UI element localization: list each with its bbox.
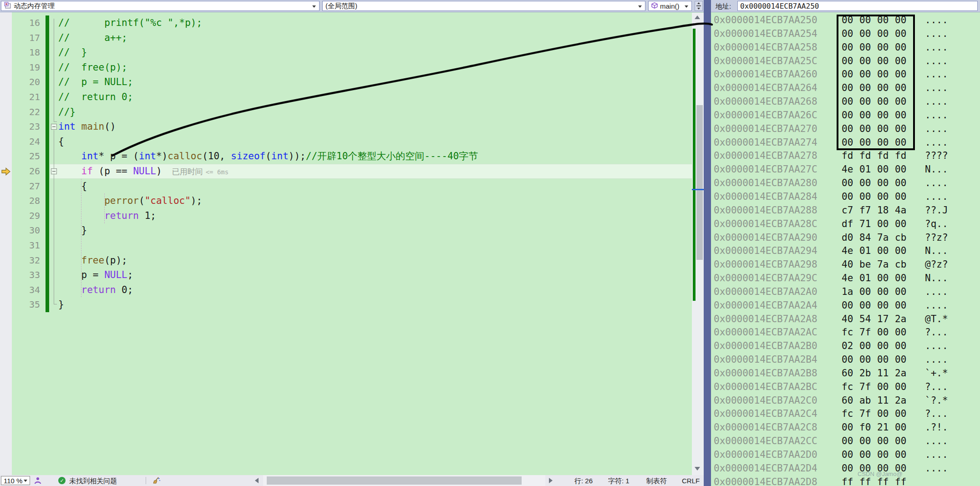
indicator-margin[interactable] (0, 12, 12, 475)
memory-ascii: .... (925, 136, 948, 150)
project-dropdown[interactable]: 动态内存管理 (1, 1, 320, 11)
memory-bytes[interactable]: 00000000 (842, 299, 913, 313)
code-cleanup-icon[interactable] (152, 476, 161, 486)
code-line[interactable]: p = NULL; (58, 268, 478, 283)
memory-row[interactable]: 0x0000014ECB7AA29840be7acb@?z? (711, 258, 980, 272)
memory-row[interactable]: 0x0000014ECB7AA2CC00000000.... (711, 435, 980, 448)
memory-row[interactable]: 0x0000014ECB7AA28000000000.... (711, 177, 980, 190)
memory-row[interactable]: 0x0000014ECB7AA278fdfdfdfd???? (711, 149, 980, 163)
memory-row[interactable]: 0x0000014ECB7AA290d0847acb??z? (711, 231, 980, 245)
scope-dropdown[interactable]: (全局范围) (322, 1, 645, 11)
code-line[interactable]: if (p == NULL)已用时间<= 6ms (58, 164, 478, 179)
memory-bytes[interactable]: 4054172a (842, 313, 913, 326)
code-line[interactable]: // } (58, 45, 478, 60)
code-line[interactable]: int* p = (int*)calloc(10, sizeof(int));/… (58, 149, 478, 164)
memory-bytes[interactable]: 602b112a (842, 367, 913, 380)
memory-bytes[interactable]: df710000 (842, 218, 913, 231)
memory-ascii: .... (925, 177, 948, 190)
memory-address: 0x0000014ECB7AA2AC (714, 326, 818, 339)
split-window-button[interactable] (695, 1, 703, 11)
horizontal-scrollbar-thumb[interactable] (267, 476, 522, 485)
memory-bytes[interactable]: fc7f0000 (842, 380, 913, 394)
scroll-down-icon[interactable] (695, 467, 700, 471)
memory-row[interactable]: 0x0000014ECB7AA2B400000000.... (711, 353, 980, 367)
memory-bytes[interactable]: 00f02100 (842, 421, 913, 435)
memory-row[interactable]: 0x0000014ECB7AA29C4e010000N... (711, 272, 980, 285)
code-line[interactable]: // p = NULL; (58, 75, 478, 90)
memory-row[interactable]: 0x0000014ECB7AA2A84054172a@T.* (711, 313, 980, 326)
code-line[interactable]: } (58, 297, 478, 312)
code-line[interactable]: // printf("%c ",*p); (58, 15, 478, 30)
memory-bytes[interactable]: 60ab112a (842, 394, 913, 408)
memory-bytes[interactable]: fc7f0000 (842, 407, 913, 421)
memory-row[interactable]: 0x0000014ECB7AA2ACfc7f0000?... (711, 326, 980, 339)
memory-bytes[interactable]: c7f7184a (842, 204, 913, 218)
code-line[interactable]: free(p); (58, 253, 478, 268)
memory-row[interactable]: 0x0000014ECB7AA2B8602b112a`+.* (711, 367, 980, 380)
memory-row[interactable]: 0x0000014ECB7AA2C060ab112a`?.* (711, 394, 980, 408)
memory-row[interactable]: 0x0000014ECB7AA2D000000000.... (711, 448, 980, 462)
code-editor[interactable]: 1617181920212223242526272829303132333435… (0, 12, 704, 475)
memory-row[interactable]: 0x0000014ECB7AA2BCfc7f0000?... (711, 380, 980, 394)
memory-bytes[interactable]: 4e010000 (842, 244, 913, 258)
memory-row[interactable]: 0x0000014ECB7AA2C4fc7f0000?... (711, 407, 980, 421)
code-line[interactable]: int main() (58, 119, 478, 134)
memory-bytes[interactable]: 00000000 (842, 190, 913, 204)
health-status-text[interactable]: 未找到相关问题 (69, 477, 117, 486)
vertical-scrollbar[interactable] (692, 13, 704, 475)
code-line[interactable]: perror("calloc"); (58, 193, 478, 208)
memory-bytes[interactable]: fc7f0000 (842, 326, 913, 339)
memory-bytes[interactable]: 1a000000 (842, 285, 913, 299)
code-line[interactable]: { (58, 179, 478, 194)
memory-row[interactable]: 0x0000014ECB7AA2D8ffffffff (711, 476, 980, 486)
fold-toggle[interactable] (51, 124, 57, 130)
memory-row[interactable]: 0x0000014ECB7AA2D400000000.... (711, 462, 980, 476)
code-line[interactable]: return 1; (58, 208, 478, 223)
memory-address: 0x0000014ECB7AA274 (714, 136, 818, 150)
panel-divider[interactable] (704, 0, 711, 486)
memory-row[interactable]: 0x0000014ECB7AA288c7f7184a??.J (711, 204, 980, 218)
memory-bytes[interactable]: d0847acb (842, 231, 913, 245)
memory-bytes[interactable]: fdfdfdfd (842, 149, 913, 163)
status-tabs-mode[interactable]: 制表符 (646, 477, 667, 486)
memory-bytes[interactable]: 40be7acb (842, 258, 913, 272)
health-indicator-icon[interactable] (34, 476, 42, 486)
code-lines[interactable]: // printf("%c ",*p);// a++;// }// free(p… (58, 15, 478, 312)
code-line[interactable]: // return 0; (58, 90, 478, 105)
vertical-scrollbar-thumb[interactable] (696, 105, 703, 260)
memory-row[interactable]: 0x0000014ECB7AA2B002000000.... (711, 339, 980, 353)
member-dropdown[interactable]: main() (648, 1, 692, 11)
horizontal-scrollbar[interactable] (263, 475, 545, 486)
memory-bytes[interactable]: 00000000 (842, 177, 913, 190)
memory-row[interactable]: 0x0000014ECB7AA2944e010000N... (711, 244, 980, 258)
code-line[interactable]: return 0; (58, 283, 478, 298)
memory-bytes[interactable]: 02000000 (842, 339, 913, 353)
memory-bytes[interactable]: 4e010000 (842, 163, 913, 177)
code-line[interactable]: // free(p); (58, 60, 478, 75)
line-number: 25 (12, 149, 40, 164)
memory-row[interactable]: 0x0000014ECB7AA28400000000.... (711, 190, 980, 204)
memory-ascii: N... (925, 272, 948, 285)
scroll-right-icon[interactable] (549, 478, 553, 483)
memory-row[interactable]: 0x0000014ECB7AA27C4e010000N... (711, 163, 980, 177)
memory-bytes[interactable]: 00000000 (842, 353, 913, 367)
zoom-select[interactable]: 110 % (1, 476, 30, 485)
memory-row[interactable]: 0x0000014ECB7AA2A400000000.... (711, 299, 980, 313)
memory-bytes[interactable]: 00000000 (842, 435, 913, 448)
code-line[interactable]: // a++; (58, 30, 478, 46)
code-line[interactable] (58, 238, 478, 253)
line-number: 27 (12, 179, 40, 194)
code-line[interactable]: { (58, 134, 478, 149)
status-line-ending[interactable]: CRLF (682, 477, 700, 485)
scroll-left-icon[interactable] (255, 478, 259, 483)
memory-bytes[interactable]: 00000000 (842, 448, 913, 462)
memory-bytes[interactable]: 4e010000 (842, 272, 913, 285)
memory-row[interactable]: 0x0000014ECB7AA2C800f02100.?!. (711, 421, 980, 435)
address-input[interactable] (737, 1, 978, 11)
scroll-up-icon[interactable] (695, 15, 700, 19)
fold-toggle[interactable] (51, 168, 57, 174)
memory-row[interactable]: 0x0000014ECB7AA2A01a000000.... (711, 285, 980, 299)
memory-row[interactable]: 0x0000014ECB7AA28Cdf710000?q.. (711, 218, 980, 231)
code-line[interactable]: //} (58, 105, 478, 120)
code-line[interactable]: } (58, 223, 478, 238)
